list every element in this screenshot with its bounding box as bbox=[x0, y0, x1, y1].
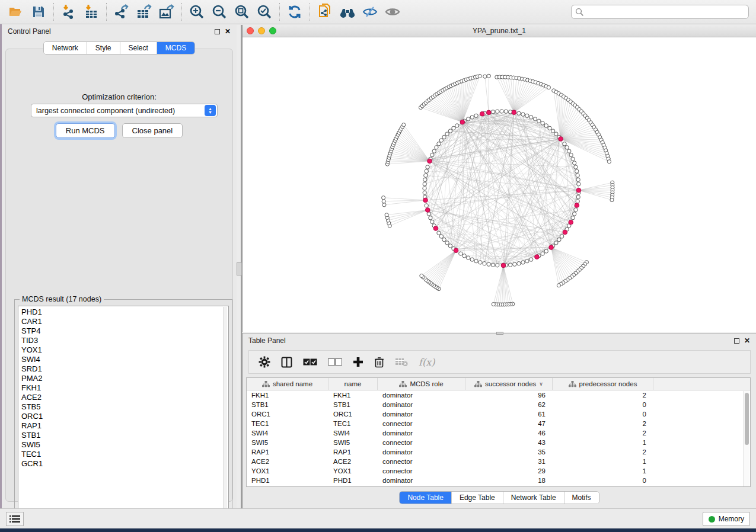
network-node[interactable] bbox=[504, 110, 508, 113]
network-node[interactable] bbox=[435, 146, 438, 149]
add-column-button[interactable] bbox=[353, 357, 363, 367]
mcds-node[interactable] bbox=[501, 263, 506, 268]
network-node[interactable] bbox=[529, 116, 533, 119]
network-node[interactable] bbox=[521, 113, 525, 116]
network-node[interactable] bbox=[541, 121, 544, 125]
network-node[interactable] bbox=[470, 116, 474, 119]
network-node[interactable] bbox=[544, 124, 548, 127]
network-node[interactable] bbox=[576, 174, 579, 177]
network-node[interactable] bbox=[439, 139, 443, 142]
mcds-node[interactable] bbox=[460, 120, 465, 124]
table-row[interactable]: FKH1FKH1dominator962 bbox=[247, 390, 750, 400]
tab-style[interactable]: Style bbox=[87, 42, 120, 54]
network-node[interactable] bbox=[423, 182, 426, 186]
clone-network-button[interactable] bbox=[314, 2, 336, 22]
network-node[interactable] bbox=[487, 262, 490, 266]
mcds-node[interactable] bbox=[576, 188, 581, 193]
network-node[interactable] bbox=[557, 238, 561, 241]
run-mcds-button[interactable]: Run MCDS bbox=[56, 123, 115, 138]
network-node[interactable] bbox=[563, 142, 566, 146]
mcds-result-item[interactable]: YOX1 bbox=[21, 345, 228, 355]
network-node[interactable] bbox=[445, 241, 449, 245]
show-details-button[interactable] bbox=[381, 2, 404, 22]
search-input[interactable] bbox=[584, 8, 745, 16]
network-node[interactable] bbox=[544, 249, 548, 253]
network-node[interactable] bbox=[554, 132, 558, 136]
table-row[interactable]: TEC1TEC1connector472 bbox=[247, 419, 750, 428]
network-node[interactable] bbox=[448, 129, 452, 133]
network-node[interactable] bbox=[565, 146, 569, 149]
zoom-in-button[interactable] bbox=[186, 2, 208, 22]
network-node[interactable] bbox=[541, 252, 544, 255]
table-row[interactable]: ORC1ORC1dominator610 bbox=[247, 409, 750, 419]
mcds-result-item[interactable]: CAR1 bbox=[21, 317, 228, 326]
hide-details-button[interactable] bbox=[359, 2, 381, 22]
network-node[interactable] bbox=[430, 153, 434, 156]
network-node[interactable] bbox=[437, 142, 441, 146]
table-row[interactable]: RAP1RAP1dominator352 bbox=[247, 447, 750, 457]
network-node[interactable] bbox=[576, 195, 580, 198]
network-leaf-node[interactable] bbox=[385, 213, 388, 217]
column-header-successor-nodes[interactable]: successor nodes∨ bbox=[465, 378, 553, 390]
horizontal-splitter-handle[interactable] bbox=[496, 332, 503, 335]
network-node[interactable] bbox=[483, 262, 486, 265]
import-table-button[interactable] bbox=[80, 2, 103, 22]
mcds-result-item[interactable]: ACE2 bbox=[21, 393, 228, 402]
tab-select[interactable]: Select bbox=[120, 42, 157, 54]
tab-edge-table[interactable]: Edge Table bbox=[452, 492, 503, 504]
network-node[interactable] bbox=[525, 259, 529, 263]
export-image-button[interactable] bbox=[155, 2, 178, 22]
close-panel-icon[interactable]: ✕ bbox=[744, 337, 750, 344]
zoom-fit-button[interactable] bbox=[231, 2, 253, 22]
search-binoculars-button[interactable] bbox=[336, 2, 359, 22]
mcds-result-item[interactable]: PMA2 bbox=[21, 374, 228, 383]
mcds-node[interactable] bbox=[559, 137, 563, 142]
network-node[interactable] bbox=[430, 220, 434, 223]
delete-column-button[interactable] bbox=[374, 357, 384, 368]
mcds-node[interactable] bbox=[549, 245, 554, 250]
network-node[interactable] bbox=[466, 117, 470, 121]
mcds-result-item[interactable]: TEC1 bbox=[21, 450, 228, 459]
network-node[interactable] bbox=[479, 261, 482, 264]
mcds-result-item[interactable]: RAP1 bbox=[21, 421, 228, 431]
export-network-button[interactable] bbox=[110, 2, 133, 22]
network-node[interactable] bbox=[429, 216, 432, 220]
open-file-button[interactable] bbox=[5, 2, 27, 22]
network-node[interactable] bbox=[432, 149, 436, 153]
network-node[interactable] bbox=[423, 178, 427, 181]
table-row[interactable]: SWI4SWI4dominator462 bbox=[247, 428, 750, 438]
network-node[interactable] bbox=[548, 126, 551, 130]
network-node[interactable] bbox=[426, 165, 429, 169]
mcds-node[interactable] bbox=[454, 248, 458, 253]
network-leaf-node[interactable] bbox=[610, 198, 614, 201]
network-node[interactable] bbox=[425, 169, 428, 173]
network-node[interactable] bbox=[571, 157, 575, 161]
table-row[interactable]: PHD1PHD1dominator180 bbox=[247, 476, 750, 485]
mcds-list-scrollbar[interactable] bbox=[223, 307, 227, 515]
export-table-button[interactable] bbox=[133, 2, 155, 22]
network-node[interactable] bbox=[423, 191, 426, 194]
select-all-columns-button[interactable] bbox=[303, 358, 317, 366]
tab-network[interactable]: Network bbox=[44, 42, 87, 54]
mcds-result-item[interactable]: ORC1 bbox=[21, 412, 228, 421]
network-node[interactable] bbox=[560, 235, 563, 238]
network-node[interactable] bbox=[525, 114, 529, 117]
network-node[interactable] bbox=[448, 244, 452, 248]
mcds-result-item[interactable]: TID3 bbox=[21, 336, 228, 345]
mcds-result-item[interactable]: SWI5 bbox=[21, 440, 228, 450]
mcds-result-item[interactable]: GCR1 bbox=[21, 459, 228, 469]
network-node[interactable] bbox=[576, 200, 579, 203]
network-node[interactable] bbox=[573, 161, 576, 165]
zoom-selected-button[interactable] bbox=[253, 2, 276, 22]
mcds-node[interactable] bbox=[423, 198, 428, 203]
table-scrollbar[interactable] bbox=[743, 391, 749, 486]
table-row[interactable]: SWI5SWI5connector431 bbox=[247, 438, 750, 447]
network-node[interactable] bbox=[491, 110, 495, 114]
network-node[interactable] bbox=[445, 132, 449, 136]
network-leaf-node[interactable] bbox=[547, 86, 550, 89]
network-node[interactable] bbox=[423, 187, 426, 190]
network-node[interactable] bbox=[425, 204, 428, 207]
mcds-node[interactable] bbox=[425, 208, 430, 213]
table-row[interactable]: ACE2ACE2connector311 bbox=[247, 457, 750, 466]
network-node[interactable] bbox=[517, 111, 521, 115]
